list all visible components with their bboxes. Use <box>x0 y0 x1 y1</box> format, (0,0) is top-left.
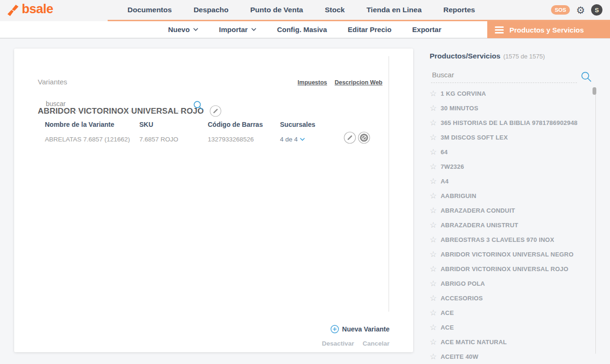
nav-item-tienda-en-linea[interactable]: Tienda en Linea <box>366 6 422 14</box>
toolbar-item-editar-precio[interactable]: Editar Precio <box>348 25 392 33</box>
scrollbar-thumb[interactable] <box>593 87 596 95</box>
hamburger-icon <box>495 26 504 33</box>
star-icon[interactable]: ☆ <box>430 294 437 302</box>
star-icon[interactable]: ☆ <box>430 177 437 185</box>
col-header-sku: SKU <box>139 121 208 128</box>
star-icon[interactable]: ☆ <box>430 133 437 141</box>
star-icon[interactable]: ☆ <box>430 148 437 156</box>
product-list-item[interactable]: ☆ ABRIGO POLA <box>430 276 590 291</box>
toolbar-item-config-masiva[interactable]: Config. Masiva <box>277 25 327 33</box>
impuestos-link[interactable]: Impuestos <box>297 79 327 86</box>
variant-search-input[interactable] <box>45 98 188 111</box>
disable-variant-button[interactable] <box>358 132 370 144</box>
toolbar: Nuevo Importar Config. Masiva Editar Pre… <box>0 21 610 39</box>
product-list-item[interactable]: ☆ ABREOSTRAS 3 CLAVELES 970 INOX <box>430 232 590 247</box>
product-list-item[interactable]: ☆ 64 <box>430 145 590 159</box>
toolbar-item-exportar[interactable]: Exportar <box>412 25 441 33</box>
col-header-barcode: Código de Barras <box>208 121 280 128</box>
product-list-item[interactable]: ☆ ABRIDOR VICTORINOX UNIVERSAL NEGRO <box>430 247 590 262</box>
nav-item-reportes[interactable]: Reportes <box>443 6 475 14</box>
main-nav: Documentos Despacho Punto de Venta Stock… <box>127 0 475 20</box>
avatar[interactable]: S <box>591 4 602 16</box>
star-icon[interactable]: ☆ <box>430 221 437 229</box>
star-icon[interactable]: ☆ <box>430 236 437 244</box>
deactivate-button[interactable]: Desactivar <box>322 340 354 347</box>
product-list-item[interactable]: ☆ ACE <box>430 320 590 335</box>
product-list-item[interactable]: ☆ 365 HISTORIAS DE LA BIBLIA 97817869029… <box>430 116 590 130</box>
footer-actions: Desactivar Cancelar <box>322 340 390 347</box>
product-list-item[interactable]: ☆ 30 MINUTOS <box>430 101 590 116</box>
brand-logo[interactable]: bsale <box>7 3 53 17</box>
star-icon[interactable]: ☆ <box>430 353 437 359</box>
product-list-item-label: ACEITE 40W <box>441 353 478 359</box>
product-list-item-label: ABRAZADERA CONDUIT <box>441 207 515 214</box>
product-list-item[interactable]: ☆ A4 <box>430 174 590 189</box>
pencil-icon <box>210 105 221 117</box>
star-icon[interactable]: ☆ <box>430 265 437 273</box>
nav-item-punto-de-venta[interactable]: Punto de Venta <box>250 6 303 14</box>
nav-right-cluster: SOS ⚙ S <box>551 0 602 20</box>
products-search-input[interactable] <box>431 69 577 83</box>
product-list-item-label: 64 <box>441 149 448 156</box>
star-icon[interactable]: ☆ <box>430 309 437 317</box>
product-list-item[interactable]: ☆ ABRAZADERA UNISTRUT <box>430 218 590 232</box>
product-list-item-label: ABRAZADERA UNISTRUT <box>441 222 518 229</box>
products-services-button[interactable]: Productos y Servicios <box>487 21 610 38</box>
gear-icon[interactable]: ⚙ <box>576 5 585 15</box>
star-icon[interactable]: ☆ <box>430 104 437 112</box>
star-icon[interactable]: ☆ <box>430 323 437 331</box>
search-icon[interactable] <box>581 71 592 83</box>
product-list-item[interactable]: ☆ 1 KG CORVINA <box>430 86 590 101</box>
star-icon[interactable]: ☆ <box>430 207 437 215</box>
product-list-item-label: ACCESORIOS <box>441 295 483 302</box>
product-list-item[interactable]: ☆ 3M DISCOS SOFT LEX <box>430 130 590 145</box>
branches-toggle[interactable]: 4 de 4 <box>280 136 337 143</box>
block-icon <box>358 132 370 144</box>
product-list-item-label: ACE <box>441 309 454 316</box>
product-list-item-label: ABRIDOR VICTORINOX UNIVERSAL ROJO <box>441 265 568 273</box>
bsale-bolt-icon <box>7 3 19 17</box>
cancel-button[interactable]: Cancelar <box>363 340 390 347</box>
star-icon[interactable]: ☆ <box>430 338 437 346</box>
star-icon[interactable]: ☆ <box>430 163 437 171</box>
products-sidebar: Productos/Servicios (1575 de 1575) ☆ 1 K… <box>430 52 596 60</box>
product-list-item-label: ABRIGO POLA <box>441 280 485 287</box>
edit-title-button[interactable] <box>210 105 221 117</box>
new-variant-label: Nueva Variante <box>342 325 390 333</box>
sos-badge[interactable]: SOS <box>551 5 570 15</box>
star-icon[interactable]: ☆ <box>430 119 437 127</box>
search-icon[interactable] <box>193 100 203 111</box>
sidebar-count: (1575 de 1575) <box>503 53 545 60</box>
product-list-item-label: ABREOSTRAS 3 CLAVELES 970 INOX <box>441 236 554 243</box>
product-list-item[interactable]: ☆ ABRAZADERA CONDUIT <box>430 203 590 218</box>
product-list-item-label: 365 HISTORIAS DE LA BIBLIA 9781786902948 <box>441 119 577 126</box>
star-icon[interactable]: ☆ <box>430 192 437 200</box>
toolbar-item-importar[interactable]: Importar <box>219 25 256 33</box>
toolbar-item-nuevo[interactable]: Nuevo <box>168 25 198 33</box>
star-icon[interactable]: ☆ <box>430 90 437 98</box>
product-list-item[interactable]: ☆ ACE MATIC NATURAL <box>430 335 590 349</box>
product-list-item[interactable]: ☆ ACCESORIOS <box>430 291 590 306</box>
edit-variant-button[interactable] <box>344 132 356 144</box>
star-icon[interactable]: ☆ <box>430 280 437 288</box>
nav-item-documentos[interactable]: Documentos <box>127 6 172 14</box>
product-list-item[interactable]: ☆ 7W2326 <box>430 159 590 174</box>
nav-item-despacho[interactable]: Despacho <box>194 6 229 14</box>
variants-section-label: Variantes <box>38 78 67 86</box>
scrollbar-track <box>595 87 596 354</box>
product-list-item[interactable]: ☆ ACEITE 40W <box>430 349 590 359</box>
chevron-down-icon <box>300 138 305 141</box>
toolbar-items: Nuevo Importar Config. Masiva Editar Pre… <box>168 21 441 38</box>
products-services-button-label: Productos y Servicios <box>509 26 584 34</box>
star-icon[interactable]: ☆ <box>430 250 437 258</box>
new-variant-button[interactable]: Nueva Variante <box>330 325 390 333</box>
product-list-item[interactable]: ☆ ACE <box>430 306 590 320</box>
nav-item-stock[interactable]: Stock <box>325 6 345 14</box>
product-list-item-label: 30 MINUTOS <box>441 105 478 112</box>
table-row: ABRELATAS 7.6857 (121662) 7.6857 ROJO 13… <box>45 136 337 143</box>
product-list-item[interactable]: ☆ ABRIDOR VICTORINOX UNIVERSAL ROJO <box>430 262 590 276</box>
product-list-item[interactable]: ☆ AABRIGUIN <box>430 189 590 203</box>
col-header-name: Nombre de la Variante <box>45 121 139 128</box>
product-list-item-label: 1 KG CORVINA <box>441 90 486 97</box>
descripcion-web-link[interactable]: Descripcion Web <box>335 79 382 86</box>
